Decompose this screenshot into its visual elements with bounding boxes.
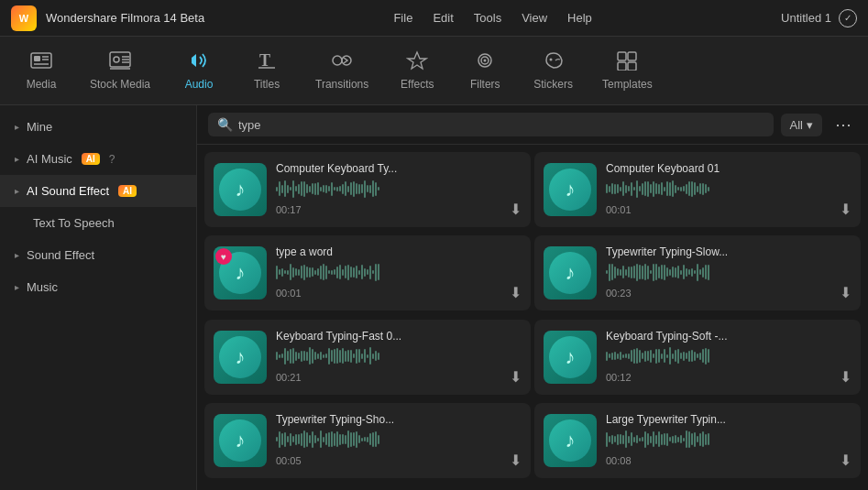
waveform-bar — [345, 266, 346, 278]
sidebar-item-music[interactable]: ▸ Music — [0, 271, 196, 303]
nav-transitions[interactable]: Transitions — [302, 41, 381, 101]
waveform-bar — [350, 432, 352, 447]
waveform-bar — [342, 184, 344, 194]
audio-card[interactable]: ♪Large Typewriter Typin...00:08⬇ — [534, 403, 861, 478]
waveform-bar — [683, 352, 685, 361]
download-button[interactable]: ⬇ — [510, 286, 522, 300]
waveform-bar — [339, 434, 341, 445]
waveform-bar — [353, 181, 355, 197]
nav-effects[interactable]: Effects — [385, 41, 449, 101]
sidebar-item-ai-sound-effect[interactable]: ▸ AI Sound Effect AI — [0, 175, 196, 207]
nav-media[interactable]: Media — [9, 41, 73, 101]
nav-filters[interactable]: Filters — [453, 41, 517, 101]
titles-icon: T — [256, 50, 278, 74]
waveform-bar — [705, 184, 707, 193]
waveform-bar — [347, 265, 349, 280]
waveform-bar — [375, 264, 377, 281]
nav-stock-media[interactable]: Stock Media — [77, 41, 163, 101]
sidebar-ai-sound-label: AI Sound Effect — [27, 184, 109, 198]
project-status-icon[interactable]: ✓ — [839, 9, 857, 27]
nav-stickers[interactable]: Stickers — [521, 41, 586, 101]
audio-title: type a word — [276, 245, 522, 258]
waveform-bar — [694, 432, 696, 447]
waveform-bar — [356, 349, 357, 364]
waveform-bar — [372, 354, 374, 359]
waveform-bar — [653, 354, 654, 358]
ai-music-help-icon[interactable]: ? — [109, 153, 115, 166]
sidebar-item-mine[interactable]: ▸ Mine — [0, 111, 196, 143]
waveform-bar — [320, 352, 322, 360]
waveform-bar — [699, 269, 701, 275]
waveform-bar — [306, 432, 308, 447]
waveform-bar — [708, 265, 709, 280]
audio-icon — [188, 50, 210, 74]
waveform-bar — [672, 180, 674, 197]
nav-titles[interactable]: T Titles — [235, 41, 299, 101]
nav-audio[interactable]: Audio — [167, 41, 231, 101]
search-input-wrapper[interactable]: 🔍 — [208, 113, 774, 136]
waveform-bar — [702, 183, 704, 195]
waveform-bar — [312, 349, 313, 364]
audio-waveform — [276, 262, 522, 282]
download-button[interactable]: ⬇ — [840, 370, 852, 385]
transitions-icon — [331, 50, 353, 74]
audio-card[interactable]: ♪Computer Keyboard 0100:01⬇ — [534, 152, 861, 227]
audio-thumb-inner: ♪ — [549, 419, 591, 462]
waveform-bar — [644, 431, 646, 448]
audio-info: Keyboard Typing-Fast 0...00:21⬇ — [276, 330, 522, 385]
waveform-bar — [636, 180, 638, 198]
audio-card[interactable]: ♪Typewriter Typing-Slow...00:23⬇ — [534, 235, 861, 310]
waveform-bar — [620, 187, 621, 191]
search-filter-dropdown[interactable]: All ▾ — [781, 114, 822, 136]
menu-tools[interactable]: Tools — [472, 7, 503, 28]
audio-card[interactable]: ♪Keyboard Typing-Fast 0...00:21⬇ — [204, 320, 531, 395]
waveform-bar — [631, 267, 632, 278]
waveform-bar — [290, 433, 291, 446]
waveform-bar — [708, 433, 709, 445]
svg-text:T: T — [259, 51, 270, 70]
sidebar-item-text-to-speech[interactable]: Text To Speech — [0, 207, 196, 239]
stock-media-icon — [109, 50, 131, 74]
waveform-bar — [350, 182, 352, 195]
menu-view[interactable]: View — [520, 7, 549, 28]
sidebar-item-sound-effect[interactable]: ▸ Sound Effect — [0, 239, 196, 271]
download-button[interactable]: ⬇ — [510, 453, 522, 468]
waveform-bar — [314, 183, 316, 195]
waveform-bar — [658, 184, 660, 194]
download-button[interactable]: ⬇ — [840, 202, 852, 217]
more-options-button[interactable]: ⋯ — [830, 113, 857, 136]
search-input[interactable] — [238, 118, 764, 132]
download-button[interactable]: ⬇ — [510, 370, 522, 385]
media-icon — [30, 50, 52, 74]
waveform-bar — [301, 266, 302, 278]
download-button[interactable]: ⬇ — [840, 286, 852, 300]
audio-card[interactable]: ♪Keyboard Typing-Soft -...00:12⬇ — [534, 320, 861, 395]
download-button[interactable]: ⬇ — [510, 202, 522, 217]
menu-help[interactable]: Help — [566, 7, 594, 28]
waveform-bar — [686, 184, 687, 194]
waveform-bar — [284, 180, 286, 197]
waveform-bar — [625, 185, 627, 193]
waveform-bar — [631, 432, 632, 446]
audio-card[interactable]: ♥♪type a word00:01⬇ — [204, 235, 531, 310]
waveform-bar — [361, 265, 363, 279]
audio-card[interactable]: ♪Computer Keyboard Ty...00:17⬇ — [204, 152, 531, 227]
nav-templates[interactable]: Templates — [589, 41, 665, 101]
audio-card[interactable]: ♪Typewriter Typing-Sho...00:05⬇ — [204, 403, 531, 478]
waveform-bar — [369, 433, 371, 445]
waveform-bar — [375, 351, 377, 361]
waveform-bar — [683, 265, 685, 279]
waveform-bar — [323, 437, 324, 442]
waveform-bar — [639, 438, 641, 441]
waveform-bar — [642, 437, 643, 441]
audio-waveform — [276, 179, 522, 199]
waveform-bar — [611, 435, 613, 444]
sidebar-item-ai-music[interactable]: ▸ AI Music AI ? — [0, 143, 196, 175]
menu-edit[interactable]: Edit — [431, 7, 455, 28]
download-button[interactable]: ⬇ — [840, 453, 852, 468]
waveform-bar — [705, 265, 707, 279]
audio-duration: 00:23 — [606, 288, 632, 299]
waveform-bar — [694, 352, 696, 361]
menu-file[interactable]: File — [391, 7, 414, 28]
audio-thumbnail: ♪ — [214, 331, 267, 384]
